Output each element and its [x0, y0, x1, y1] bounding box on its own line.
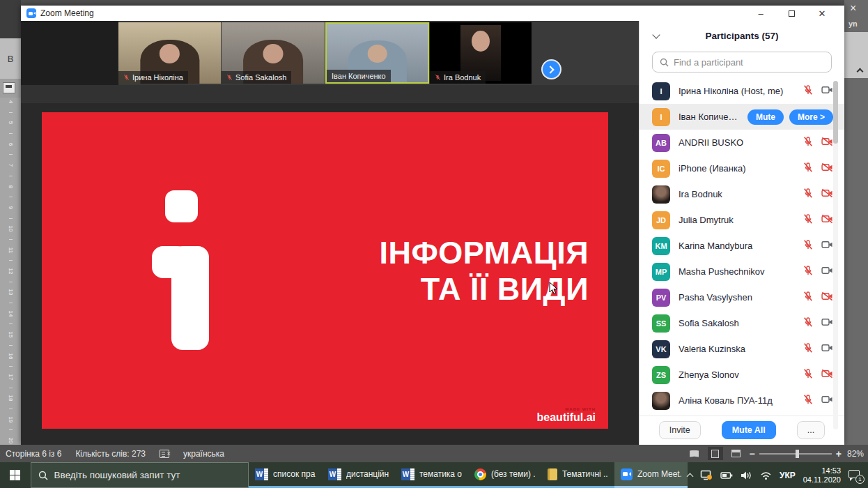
windows-logo-icon [10, 470, 20, 480]
desktop: B 4567891011121314151617181920 × yn Zoom… [0, 0, 868, 488]
taskbar-item-word[interactable]: Wтематика о... [395, 462, 468, 488]
participant-row[interactable]: SSSofia Sakalosh [640, 310, 844, 336]
word-window-left-edge: B 4567891011121314151617181920 [0, 0, 21, 445]
start-button[interactable] [0, 462, 31, 488]
participant-row[interactable]: IІрина Ніколіна (Host, me) [640, 78, 844, 104]
participants-scrollbar[interactable] [833, 81, 838, 429]
ruler-number: 20 [8, 438, 13, 444]
mute-all-button[interactable]: Mute All [722, 421, 776, 439]
participant-row[interactable]: ICiPhone (Иванка) [640, 155, 844, 181]
mute-button[interactable]: Mute [747, 109, 784, 125]
participant-row[interactable]: IІван КопиченкоMuteMore > [640, 104, 844, 130]
participant-row[interactable]: ZSZhenya Slonov [640, 362, 844, 388]
web-layout-button[interactable] [729, 447, 744, 460]
battery-icon[interactable] [720, 471, 733, 480]
letter-i-dot [165, 190, 198, 222]
collapse-chevron-icon[interactable] [857, 68, 864, 75]
read-mode-button[interactable] [687, 447, 702, 460]
ruler-number: 8 [8, 185, 13, 188]
speaker-icon[interactable] [741, 471, 752, 480]
taskbar-item-word[interactable]: Wсписок пра... [249, 462, 322, 488]
maximize-button[interactable] [776, 6, 807, 21]
page-indicator[interactable]: Сторінка 6 із 6 [6, 449, 61, 459]
close-button[interactable]: ✕ [807, 6, 837, 21]
tab-selector-icon[interactable] [3, 82, 15, 93]
participant-search-input[interactable]: Find a participant [652, 52, 832, 73]
video-tile[interactable]: Sofia Sakalosh [222, 22, 325, 84]
minimize-button[interactable]: – [745, 6, 776, 21]
zoom-percentage[interactable]: 82% [847, 449, 864, 459]
print-layout-button[interactable] [708, 447, 723, 460]
tray-expand-icon[interactable] [687, 473, 694, 480]
taskbar-item-label: список пра... [273, 469, 316, 479]
camera-off-icon [821, 369, 833, 381]
network-signal-icon[interactable] [760, 471, 772, 480]
participant-row[interactable]: VKValeria Kuzinska [640, 336, 844, 362]
camera-on-icon [821, 266, 833, 278]
more-options-button[interactable]: ... [797, 421, 825, 439]
participant-avatar: I [652, 108, 670, 126]
video-strip-spacer [21, 21, 118, 85]
window-title: Zoom Meeting [40, 8, 94, 18]
clock-time: 14:53 [803, 466, 841, 475]
participant-name: Ira Bodnuk [679, 189, 803, 199]
mic-muted-icon [803, 84, 814, 98]
taskbar-item-notes[interactable]: Тематичні ... [541, 462, 614, 488]
invite-button[interactable]: Invite [659, 421, 701, 439]
taskbar-item-word[interactable]: Wдистанційн... [322, 462, 395, 488]
video-participant-name: Sofia Sakalosh [235, 73, 286, 82]
participant-row[interactable]: PVPasha Vasylyshen [640, 284, 844, 310]
participant-name: ANDRII BUSKO [679, 137, 803, 148]
notes-icon [548, 468, 557, 480]
word-count[interactable]: Кількість слів: 273 [75, 449, 146, 459]
video-tile[interactable]: Ira Bodnuk [430, 22, 532, 84]
video-tile[interactable]: Іван Копиченко [325, 22, 429, 84]
close-icon[interactable]: × [850, 3, 856, 14]
participant-avatar: SS [652, 314, 670, 333]
ruler-number: 4 [8, 100, 13, 103]
more-button[interactable]: More > [789, 109, 833, 125]
participant-row[interactable]: MPMasha Pushechnikov [640, 259, 844, 284]
taskbar-item-zoom[interactable]: Zoom Meet... [614, 462, 688, 488]
video-tile[interactable]: Ірина Ніколіна [118, 22, 221, 84]
camera-off-icon [821, 137, 833, 149]
zoom-titlebar[interactable]: Zoom Meeting – ✕ [21, 6, 844, 21]
zoom-slider-thumb[interactable] [796, 450, 799, 458]
taskbar-item-label: (без теми) ... [491, 469, 535, 479]
participant-row[interactable]: KMKarina Mandybura [640, 233, 844, 259]
camera-off-icon [821, 291, 833, 304]
zoom-icon [621, 468, 633, 480]
ruler-number: 11 [8, 247, 13, 252]
participant-row[interactable]: Ira Bodnuk [640, 181, 844, 207]
next-videos-button[interactable] [541, 59, 561, 79]
ruler-number: 13 [8, 289, 13, 296]
taskbar-item-label: тематика о... [419, 469, 462, 479]
camera-on-icon [821, 343, 833, 356]
ruler-number: 5 [8, 121, 13, 124]
taskbar-search-input[interactable]: Введіть пошуковий запит тут [31, 462, 249, 488]
mic-muted-icon [803, 162, 814, 176]
zoom-out-icon[interactable]: − [750, 448, 755, 459]
participant-name: Ірина Ніколіна (Host, me) [679, 86, 803, 96]
participant-row[interactable]: Аліна Коваль ПУА-11д [640, 388, 844, 413]
taskbar-item-chrome[interactable]: (без теми) ... [468, 462, 541, 488]
taskbar-item-label: дистанційн... [346, 469, 389, 479]
clock-date: 04.11.2020 [803, 475, 841, 485]
participant-name: Zhenya Slonov [679, 369, 803, 380]
participant-avatar: VK [652, 340, 670, 358]
zoom-slider[interactable]: − + [750, 448, 842, 459]
system-tray: УКР 14:53 04.11.2020 1 [688, 462, 868, 488]
tray-app-icon[interactable] [700, 470, 713, 481]
language-indicator[interactable]: УКР [780, 471, 796, 480]
proofing-error-icon[interactable] [160, 450, 169, 458]
slide-title-line1: ІНФОРМАЦІЯ [379, 235, 589, 271]
taskbar-clock[interactable]: 14:53 04.11.2020 [803, 466, 841, 485]
action-center-icon[interactable]: 1 [848, 470, 862, 481]
participant-row[interactable]: JDJulia Dmytruk [640, 207, 844, 233]
scrollbar-thumb[interactable] [833, 81, 838, 144]
language-indicator[interactable]: українська [183, 449, 224, 459]
word-left-top [0, 0, 21, 38]
zoom-in-icon[interactable]: + [836, 448, 842, 459]
participant-row[interactable]: ABANDRII BUSKO [640, 130, 844, 155]
chevron-down-icon[interactable] [652, 31, 660, 38]
